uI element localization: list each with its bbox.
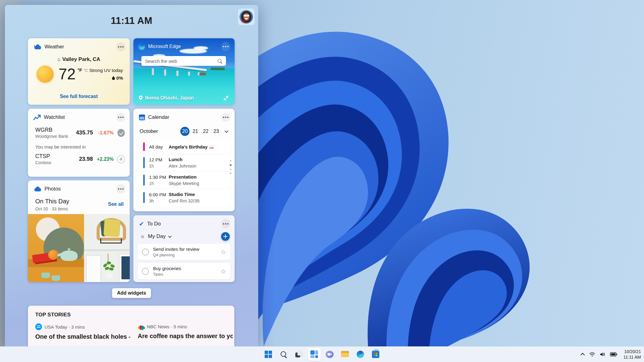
expand-icon[interactable] [223,95,229,101]
photo-rattan-chair[interactable] [84,214,130,282]
search-icon[interactable] [217,58,222,63]
photos-widget[interactable]: Photos On This Day Oct 20 · 33 items See… [28,180,130,282]
calendar-day-20[interactable]: 20 [180,127,190,136]
photos-subtitle: Oct 20 · 33 items [35,206,69,211]
calendar-day-23[interactable]: 23 [212,127,221,136]
star-icon[interactable]: ☆ [220,268,226,275]
weather-precipitation: 0% [116,75,123,81]
todo-check-icon: ✔ [139,220,144,228]
task-view-button[interactable] [293,348,305,361]
chevron-down-icon[interactable] [168,234,172,238]
photo-teapot-still-life[interactable] [28,214,84,282]
calendar-widget[interactable]: Calendar October 20 21 22 23 All day Ang… [133,109,235,211]
story-headline[interactable]: One of the smallest black holes — and [35,333,130,340]
battery-icon[interactable] [610,352,617,356]
todo-widget[interactable]: ✔ To Do ☼ My Day Send invites for review… [133,215,235,282]
event-time: 1:30 PM [149,175,169,180]
news-story[interactable]: NBC News · 5 mins Are coffee naps the an… [138,323,233,340]
rock [199,73,206,75]
watchlist-title: Watchlist [44,114,65,120]
todo-more-button[interactable] [221,219,230,228]
location-pin-icon [139,96,143,100]
calendar-more-button[interactable] [221,113,230,122]
add-task-button[interactable] [221,232,230,241]
add-widgets-button[interactable]: Add widgets [112,288,151,298]
calendar-title: Calendar [148,114,169,120]
calendar-event[interactable]: 6:00 PM 3h Studio Time Conf Rm 32/35 [139,189,229,206]
stock-company: Woodgrove Bank [35,134,73,139]
file-explorer-button[interactable] [339,348,351,361]
photo-collage[interactable] [28,214,130,282]
task-row[interactable]: Buy groceries Tasks ☆ [138,263,230,279]
weather-more-button[interactable] [116,42,125,51]
watchlist-widget[interactable]: Watchlist WGRB Woodgrove Bank 435.75 -1.… [28,109,130,177]
event-time: 6:00 PM [149,192,169,197]
task-row[interactable]: Send invites for review Q4 planning ☆ [138,244,230,260]
edge-widget[interactable]: Microsoft Edge Search the web Ikema Ohas… [133,38,235,105]
task-complete-circle[interactable] [142,268,149,275]
chevron-down-icon[interactable] [224,129,228,133]
profile-button[interactable] [238,9,255,25]
event-title: Lunch [169,157,196,162]
event-duration: 1h [149,164,169,168]
watchlist-more-button[interactable] [116,113,125,122]
edge-more-button[interactable] [221,42,230,51]
widgets-icon [310,350,318,358]
stock-price: 435.75 [73,130,93,136]
weather-condition: Strong UV today [89,68,123,73]
stock-added-check-icon[interactable] [117,129,125,137]
see-all-link[interactable]: See all [108,202,124,207]
event-color-bar [143,192,145,203]
hidden-icons-chevron[interactable] [581,353,585,357]
microsoft-store-button[interactable] [369,348,382,361]
panel-clock: 11:11 AM [5,15,258,26]
calendar-event[interactable]: All day Angela's Birthday [139,140,229,154]
stock-add-button[interactable] [117,155,125,163]
edge-logo-icon [138,43,145,50]
event-subtitle: Alex Johnson [169,163,196,168]
edge-search-input[interactable]: Search the web [141,56,226,66]
calendar-event[interactable]: 1:30 PM 1h Presentation Skype Meeting [139,172,229,189]
top-stories-card[interactable]: TOP STORIES USA Today · 3 mins One of th… [28,306,234,346]
nbc-news-logo [138,323,144,330]
search-icon [280,351,287,358]
event-color-bar [143,142,145,151]
avatar [240,10,253,24]
calendar-day-22[interactable]: 22 [201,127,210,136]
unit-celsius[interactable]: °C [83,68,88,73]
weather-widget[interactable]: Weather ⌂Valley Park, CA 72 °F °C Strong… [28,38,130,105]
widgets-button[interactable] [308,348,321,361]
stock-price: 23.98 [73,156,93,162]
weather-cloud-icon [33,45,41,49]
taskbar-clock[interactable]: 10/20/21 11:11 AM [623,349,641,360]
star-icon[interactable]: ☆ [220,248,226,256]
folder-icon [341,351,349,358]
calendar-day-21[interactable]: 21 [191,127,200,136]
chat-button[interactable] [323,348,336,361]
story-headline[interactable]: Are coffee naps the answer to your [138,333,233,340]
wifi-icon[interactable] [589,352,595,357]
task-view-icon [295,350,303,358]
event-time: All day [149,144,169,149]
calendar-event[interactable]: 12 PM 1h Lunch Alex Johnson [139,154,229,172]
edge-browser-button[interactable] [354,348,367,361]
stock-row[interactable]: WGRB Woodgrove Bank 435.75 -1.67% [28,127,130,139]
my-day-label[interactable]: My Day [148,233,166,239]
event-scroll-indicator[interactable] [230,160,232,174]
taskbar-time: 11:11 AM [623,354,641,360]
news-story[interactable]: USA Today · 3 mins One of the smallest b… [35,323,130,340]
volume-icon[interactable] [600,352,606,357]
island [211,68,225,70]
unit-fahrenheit[interactable]: °F [78,67,82,73]
start-button[interactable] [262,348,275,361]
photos-more-button[interactable] [116,184,125,194]
event-duration: 3h [149,198,169,203]
see-full-forecast-link[interactable]: See full forecast [28,94,130,99]
stock-row[interactable]: CTSP Contoso 23.98 +2.23% [28,153,130,165]
stock-company: Contoso [35,160,73,165]
home-icon: ⌂ [57,57,60,62]
event-title: Presentation [169,174,199,179]
taskbar-search-button[interactable] [277,348,290,361]
task-complete-circle[interactable] [142,249,149,255]
event-duration: 1h [149,181,169,186]
